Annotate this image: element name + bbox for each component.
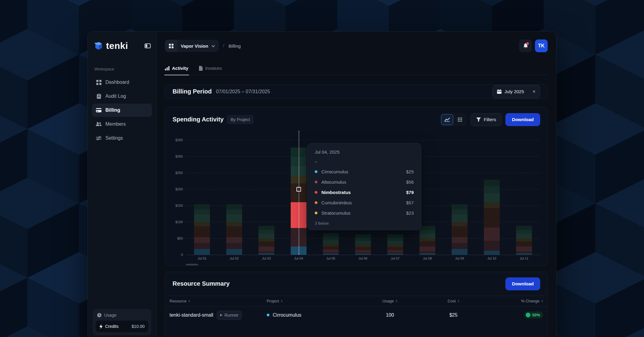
user-avatar[interactable]: TK xyxy=(535,39,548,52)
tenki-logo-icon xyxy=(94,41,104,51)
y-axis-tick-label: $150 xyxy=(176,204,183,207)
sidebar-item-billing[interactable]: Billing xyxy=(92,104,152,117)
notifications-button[interactable] xyxy=(519,39,532,52)
tooltip-row: Altocumulus$56 xyxy=(315,179,414,185)
sidebar-nav: Dashboard Audit Log Billing Members xyxy=(92,76,152,145)
x-axis-tick-label: Jul 10 xyxy=(487,257,496,260)
bar-segment xyxy=(226,249,242,254)
stacked-bar-jul-10[interactable] xyxy=(484,180,500,254)
bar-segment xyxy=(323,233,339,237)
chart-view-toggle xyxy=(440,113,467,126)
column-resource[interactable]: Resource▲▼ xyxy=(170,299,267,303)
hover-crosshair-line xyxy=(299,131,299,255)
column-change[interactable]: % Change▲▼ xyxy=(483,299,543,303)
bar-segment xyxy=(323,250,339,252)
summary-download-button[interactable]: Download xyxy=(505,277,540,290)
spending-title: Spending Activity xyxy=(173,116,224,123)
line-chart-view-button[interactable] xyxy=(441,114,453,125)
gridline xyxy=(186,140,540,140)
sidebar-item-settings[interactable]: Settings xyxy=(92,131,152,145)
y-axis-tick-label: $350 xyxy=(176,138,183,142)
clipboard-icon xyxy=(96,93,102,99)
resource-summary-card: Resource Summary Download Resource▲▼ Pro… xyxy=(165,272,548,337)
tooltip-row: Nimbostratus$79 xyxy=(315,190,414,195)
stacked-bar-jul-01[interactable] xyxy=(194,204,210,254)
x-axis-tick-label: Jul 08 xyxy=(423,257,432,260)
stacked-bar-jul-09[interactable] xyxy=(452,204,468,254)
stacked-bar-jul-07[interactable] xyxy=(387,234,403,255)
bar-segment xyxy=(194,249,210,254)
bar-segment xyxy=(420,230,435,234)
series-color-dot xyxy=(315,170,317,173)
tab-activity[interactable]: Activity xyxy=(165,66,188,75)
bar-segment xyxy=(516,226,532,230)
sidebar: tenki Workspace Dashboard Audit Log xyxy=(88,32,156,337)
bar-segment xyxy=(420,241,435,246)
bar-segment xyxy=(259,241,274,246)
sidebar-item-dashboard[interactable]: Dashboard xyxy=(92,76,152,89)
bar-segment xyxy=(484,180,500,186)
close-icon[interactable]: × xyxy=(533,89,536,95)
bar-segment xyxy=(323,240,339,244)
credits-row[interactable]: Credits $10.00 xyxy=(96,321,148,332)
bar-segment xyxy=(420,238,435,242)
filters-button[interactable]: Filters xyxy=(471,113,502,126)
sidebar-item-audit-log[interactable]: Audit Log xyxy=(92,90,152,103)
dashboard-icon xyxy=(96,79,102,85)
bar-segment xyxy=(259,247,274,251)
sort-icon: ▲▼ xyxy=(188,300,190,303)
stacked-bar-jul-06[interactable] xyxy=(355,234,371,255)
stacked-bar-jul-08[interactable] xyxy=(420,226,435,255)
column-cost[interactable]: Cost▲▼ xyxy=(423,299,483,303)
bar-segment xyxy=(387,241,403,244)
sidebar-item-label: Dashboard xyxy=(105,80,129,85)
column-usage[interactable]: Usage▲▼ xyxy=(356,299,423,303)
bar-segment xyxy=(516,238,532,242)
bar-segment xyxy=(194,243,210,249)
app-window: tenki Workspace Dashboard Audit Log xyxy=(87,31,557,337)
chart-scrollbar-thumb[interactable] xyxy=(186,264,198,265)
x-axis-tick-label: Jul 03 xyxy=(262,257,271,260)
main-content: Vapor Vision / Billing TK Activity xyxy=(156,32,556,337)
bar-segment xyxy=(420,247,435,251)
project-switcher[interactable]: Vapor Vision xyxy=(165,40,219,52)
sidebar-item-members[interactable]: Members xyxy=(92,117,152,131)
x-axis-tick-label: Jul 01 xyxy=(197,257,206,260)
runner-icon xyxy=(220,314,222,316)
tab-invoices[interactable]: Invoices xyxy=(199,66,222,75)
bar-segment xyxy=(484,241,500,250)
grid-view-button[interactable] xyxy=(454,114,466,125)
bar-segment xyxy=(516,247,532,251)
invoice-file-icon xyxy=(199,66,203,71)
bar-segment xyxy=(484,228,500,241)
stacked-bar-jul-11[interactable] xyxy=(516,226,532,255)
chart-plot-area: Jul 04, 2025 – Cirrocumulus$25Altocumulu… xyxy=(186,131,540,255)
sidebar-collapse-icon[interactable] xyxy=(145,43,151,48)
usage-cell: 100 xyxy=(356,312,423,318)
x-axis-tick-label: Jul 06 xyxy=(358,257,367,260)
x-axis-tick-label: Jul 02 xyxy=(230,257,238,260)
y-axis-tick-label: 0 xyxy=(181,253,183,257)
bar-segment xyxy=(323,254,339,254)
bar-segment xyxy=(194,237,210,243)
tooltip-date: Jul 04, 2025 xyxy=(315,149,414,155)
month-filter-chip[interactable]: July 2025 × xyxy=(492,85,540,98)
resource-name: tenki-standard-small xyxy=(170,312,213,318)
stacked-bar-jul-03[interactable] xyxy=(259,226,274,255)
chart-download-button[interactable]: Download xyxy=(505,113,540,126)
sidebar-item-label: Audit Log xyxy=(105,94,126,99)
column-project[interactable]: Project▲▼ xyxy=(267,299,356,303)
table-row[interactable]: tenki-standard-small Runner Cirrocumulus… xyxy=(165,307,547,324)
stacked-bar-jul-05[interactable] xyxy=(323,233,339,254)
y-axis-tick-label: $200 xyxy=(176,187,183,191)
app-logo-text: tenki xyxy=(106,41,128,51)
bar-segment xyxy=(484,251,500,255)
bar-segment xyxy=(516,253,532,254)
cost-cell: $25 xyxy=(423,312,483,318)
stacked-bar-jul-02[interactable] xyxy=(226,204,242,254)
bar-segment xyxy=(226,222,242,226)
bar-segment xyxy=(259,234,274,238)
bar-segment xyxy=(323,247,339,250)
bar-segment xyxy=(194,209,210,214)
project-name: Vapor Vision xyxy=(177,43,211,49)
